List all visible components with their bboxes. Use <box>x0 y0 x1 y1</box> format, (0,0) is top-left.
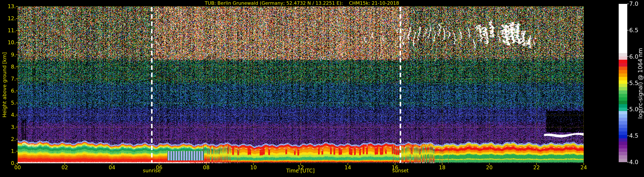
colorbar-label: log(rc-signal) @ 1064 nm <box>637 48 644 119</box>
colorbar-segment <box>619 84 627 87</box>
x-tick-label: 06 <box>150 164 169 170</box>
colorbar-segment <box>619 104 627 108</box>
colorbar-segment <box>619 60 627 63</box>
colorbar-segment <box>619 141 627 145</box>
x-tick-label: 08 <box>196 164 216 170</box>
colorbar-segment <box>619 101 627 104</box>
y-tick-label: 1. <box>0 148 16 154</box>
colorbar-segment <box>619 148 627 152</box>
colorbar-segment <box>619 108 627 111</box>
colorbar-tick-label: 4.0 <box>629 159 638 166</box>
chart-title: TUB: Berlin Grunewald (Germany; 52.4732 … <box>205 1 399 6</box>
colorbar-tick-label: 7.0 <box>629 1 638 7</box>
colorbar-segment <box>619 135 627 138</box>
colorbar-segment <box>619 152 627 155</box>
x-tick-label: 02 <box>55 164 74 170</box>
y-tick-label: 0. <box>0 160 16 166</box>
y-tick-label: 4. <box>0 112 16 118</box>
colorbar-segment <box>619 4 627 53</box>
x-tick-label: 04 <box>102 164 122 170</box>
colorbar-segment <box>619 63 627 67</box>
quicklook-figure: { "figure": { "background": "#000000", "… <box>0 0 644 177</box>
colorbar-tick-label: 6.5 <box>629 27 638 34</box>
x-tick-label: 10 <box>244 164 263 170</box>
colorbar-segment <box>619 94 627 97</box>
y-axis-label: Height above ground [km] <box>2 52 7 117</box>
x-tick-label: 22 <box>527 164 546 170</box>
y-tick-label: 10. <box>0 39 16 46</box>
colorbar-segment <box>619 57 627 60</box>
colorbar-segment <box>619 114 627 118</box>
x-tick-label: 24 <box>574 164 593 170</box>
x-tick-label: 18 <box>432 164 452 170</box>
colorbar-segment <box>619 77 627 80</box>
colorbar-segment <box>619 80 627 84</box>
y-tick-label: 9. <box>0 52 16 58</box>
colorbar-segment <box>619 73 627 77</box>
y-tick-label: 11. <box>0 27 16 34</box>
y-tick-label: 6. <box>0 88 16 94</box>
colorbar-segment <box>619 121 627 125</box>
x-tick-label: 14 <box>338 164 358 170</box>
colorbar <box>619 4 627 162</box>
colorbar-segment <box>619 131 627 135</box>
colorbar-segment <box>619 155 627 159</box>
colorbar-segment <box>619 125 627 128</box>
colorbar-segment <box>619 118 627 121</box>
heatmap-canvas <box>0 0 644 177</box>
y-tick-label: 8. <box>0 64 16 70</box>
y-tick-label: 2. <box>0 136 16 142</box>
colorbar-segment <box>619 159 627 162</box>
y-tick-label: 5. <box>0 100 16 106</box>
y-tick-label: 7. <box>0 76 16 82</box>
colorbar-segment <box>619 145 627 148</box>
colorbar-segment <box>619 70 627 73</box>
colorbar-segment <box>619 97 627 101</box>
x-tick-label: 12 <box>291 164 310 170</box>
y-tick-label: 3. <box>0 124 16 130</box>
colorbar-segment <box>619 138 627 142</box>
colorbar-segment <box>619 90 627 94</box>
y-tick-label: 12. <box>0 15 16 22</box>
y-tick-label: 13. <box>0 3 16 10</box>
colorbar-segment <box>619 53 627 57</box>
colorbar-tick-label: 4.5 <box>629 132 638 139</box>
colorbar-segment <box>619 111 627 114</box>
x-tick-label: 16 <box>386 164 405 170</box>
colorbar-segment <box>619 87 627 90</box>
colorbar-segment <box>619 67 627 70</box>
colorbar-segment <box>619 128 627 131</box>
x-tick-label: 20 <box>480 164 499 170</box>
